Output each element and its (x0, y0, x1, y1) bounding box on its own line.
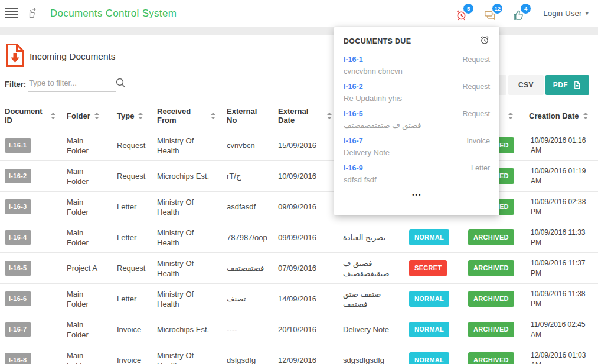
documents-due-item: I-16-9 Letter sdfsd fsdf (344, 164, 490, 184)
document-link[interactable]: I-16-7 (344, 137, 363, 145)
documents-due-panel: DOCUMENTS DUE I-16-1 Request cvncvbnn cb… (334, 27, 499, 215)
status-badge: ARCHIVED (468, 260, 514, 276)
table-header-row: Document ID Folder Type Received From Ex… (0, 101, 598, 130)
document-id-badge[interactable]: I-16-2 (5, 169, 31, 183)
approvals-thumbs-up-icon[interactable]: 4 (512, 9, 525, 21)
subject-cell: فصتق ف صتقتفصقصتف (335, 253, 401, 284)
external-no-cell: cvnvbcn (219, 130, 270, 161)
folder-cell: Main Folder (59, 130, 109, 161)
document-type-label: Letter (471, 164, 490, 172)
document-link[interactable]: I-16-1 (344, 55, 363, 64)
table-column-header: External No (219, 101, 270, 130)
status-badge: ARCHIVED (468, 291, 514, 307)
received-from-cell: Ministry Of Health (149, 222, 219, 253)
sort-icon[interactable] (583, 113, 588, 119)
creation-date-cell: 10/09/2016 11:37 PM (521, 253, 598, 284)
status-badge: ARCHIVED (468, 229, 514, 245)
external-date-cell: 14/09/2016 (270, 284, 335, 314)
chevron-down-icon: ▾ (585, 9, 589, 17)
folder-cell: Main Folder (59, 161, 109, 192)
secrecy-badge: NORMAL (409, 322, 449, 337)
folder-cell: Main Folder (59, 345, 109, 364)
creation-date-cell: 11/09/2016 02:45 AM (521, 314, 598, 345)
table-row[interactable]: I-16-1 Main Folder Request Ministry Of H… (0, 130, 598, 161)
document-subject: Re Updatinh yhis (344, 94, 490, 103)
documents-due-item: I-16-5 Request فصتق ف صتقتفصقصتف (344, 110, 490, 130)
document-id-badge[interactable]: I-16-4 (5, 230, 31, 245)
type-cell: Letter (109, 284, 149, 314)
approvals-count-badge: 4 (519, 2, 532, 15)
creation-date-cell: 10/09/2016 11:33 PM (521, 222, 598, 253)
documents-due-item: I-16-7 Invoice Delivery Note (344, 137, 490, 157)
table-row[interactable]: I-16-5 Project A Request Ministry Of Hea… (0, 253, 598, 284)
table-row[interactable]: I-16-8 Main Folder Invoice Ministry Of H… (0, 345, 598, 364)
table-row[interactable]: I-16-6 Main Folder Letter Ministry Of He… (0, 284, 598, 314)
sort-icon[interactable] (51, 113, 55, 119)
external-no-cell: فصتقصتقف (219, 253, 270, 284)
secrecy-badge: NORMAL (409, 352, 449, 364)
external-date-cell: 15/09/2016 (270, 130, 335, 161)
table-column-header[interactable]: External Date (270, 101, 335, 130)
search-icon[interactable] (116, 78, 126, 90)
pdf-export-button[interactable]: PDF (545, 75, 589, 95)
creation-date-cell: 10/09/2016 01:19 AM (521, 161, 598, 192)
documents-due-alarm-icon[interactable]: 5 (455, 9, 468, 21)
table-column-header[interactable]: Document ID (0, 101, 59, 130)
documents-due-title: DOCUMENTS DUE (344, 37, 411, 45)
checkout-hand-icon[interactable] (25, 8, 37, 19)
table-row[interactable]: I-16-3 Main Folder Letter Ministry Of He… (0, 192, 598, 222)
table-column-header[interactable]: Creation Date (521, 101, 598, 130)
external-date-cell: 07/09/2016 (270, 253, 335, 284)
document-id-badge[interactable]: I-16-8 (5, 353, 31, 364)
external-date-cell: 09/09/2016 (270, 192, 335, 222)
sort-icon[interactable] (327, 113, 332, 119)
app-title: Documents Control System (50, 8, 177, 19)
filter-label: Filter: (5, 80, 26, 88)
external-date-cell: 12/09/2016 (270, 345, 335, 364)
received-from-cell: Microchips Est. (149, 314, 219, 345)
folder-cell: Main Folder (59, 314, 109, 345)
sort-icon[interactable] (508, 113, 513, 119)
document-id-badge[interactable]: I-16-7 (5, 322, 31, 337)
filter-input[interactable] (28, 74, 116, 92)
external-no-cell: تصنف (219, 284, 270, 314)
status-badge: ARCHIVED (468, 322, 514, 337)
sort-icon[interactable] (94, 113, 99, 119)
document-id-badge[interactable]: I-16-1 (5, 138, 31, 153)
documents-due-item: I-16-1 Request cvncvbnn cbncvn (344, 55, 490, 76)
table-column-header[interactable]: Received From (149, 101, 219, 130)
document-subject: فصتق ف صتقتفصقصتف (344, 121, 490, 130)
status-badge: ARCHIVED (468, 352, 514, 364)
incoming-document-icon (5, 43, 25, 70)
user-menu[interactable]: Login User ▾ (543, 9, 589, 18)
type-cell: Invoice (109, 345, 149, 364)
document-link[interactable]: I-16-2 (344, 83, 363, 91)
subject-cell: صتقف صتق فصتقف (335, 284, 401, 314)
type-cell: Letter (109, 222, 149, 253)
sort-icon[interactable] (138, 113, 143, 119)
document-link[interactable]: I-16-5 (344, 110, 363, 118)
messages-icon[interactable]: 12 (483, 9, 496, 22)
table-row[interactable]: I-16-4 Main Folder Letter Ministry Of He… (0, 222, 598, 253)
sort-icon[interactable] (211, 113, 215, 119)
received-from-cell: Ministry Of Health (149, 284, 219, 314)
received-from-cell: Ministry Of Health (149, 253, 219, 284)
table-row[interactable]: I-16-2 Main Folder Request Microchips Es… (0, 161, 598, 192)
csv-export-button[interactable]: CSV (508, 75, 544, 95)
document-id-badge[interactable]: I-16-6 (5, 291, 31, 306)
document-link[interactable]: I-16-9 (344, 164, 363, 172)
table-column-header[interactable]: Type (109, 101, 149, 130)
pdf-button-label: PDF (553, 81, 568, 89)
type-cell: Letter (109, 192, 149, 222)
table-column-header[interactable]: Folder (59, 101, 109, 130)
show-more-dots-button[interactable]: ••• (344, 191, 490, 198)
document-id-badge[interactable]: I-16-5 (5, 261, 31, 276)
document-id-badge[interactable]: I-16-3 (5, 199, 31, 214)
secrecy-badge: NORMAL (409, 229, 449, 245)
menu-icon[interactable] (5, 6, 18, 20)
table-row[interactable]: I-16-7 Main Folder Invoice Microchips Es… (0, 314, 598, 345)
app-window: Documents Control System 5 12 (0, 0, 598, 364)
received-from-cell: Ministry Of Health (149, 192, 219, 222)
type-cell: Invoice (109, 314, 149, 345)
folder-cell: Main Folder (59, 222, 109, 253)
